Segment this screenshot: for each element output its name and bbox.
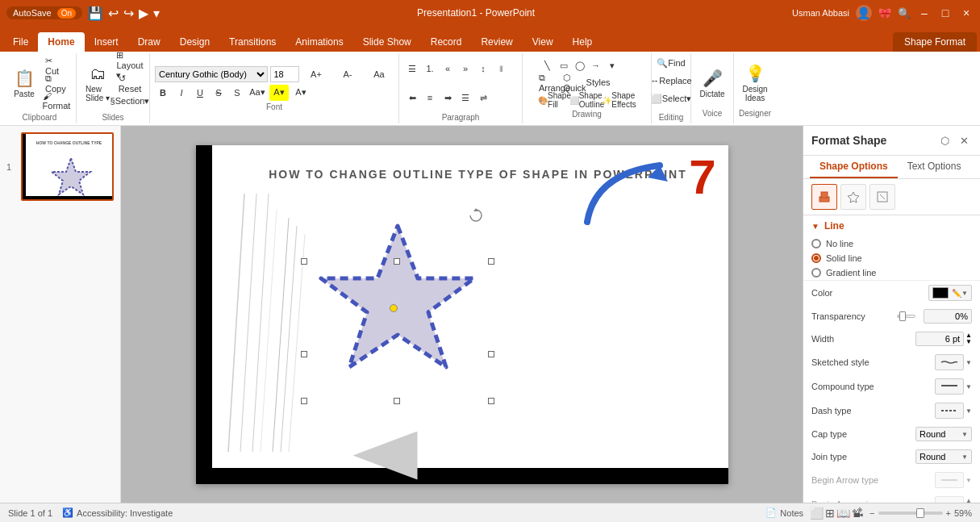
increase-indent-button[interactable]: » [457,61,473,77]
copy-button[interactable]: ⧉ Copy [42,75,71,91]
zoom-out-button[interactable]: − [869,508,874,518]
quick-styles-button[interactable]: ⬡ QuickStyles [573,74,602,90]
handle-tl[interactable] [301,258,307,265]
tab-file[interactable]: File [3,32,38,52]
new-slide-button[interactable]: 🗂 NewSlide ▾ [81,59,114,107]
find-button[interactable]: 🔍 Find [657,55,686,71]
undo-icon[interactable]: ↩ [108,6,119,21]
compound-type-select[interactable] [935,378,964,395]
shapes-more-button[interactable]: ▾ [605,58,619,73]
font-size-input[interactable] [270,66,299,82]
shape-oval-button[interactable]: ◯ [573,58,587,73]
font-name-select[interactable]: Century Gothic (Body) [155,66,268,82]
width-down-button[interactable]: ▼ [965,339,972,345]
gradient-line-radio[interactable] [811,268,821,278]
zoom-in-button[interactable]: + [946,508,951,518]
size-icon-opt[interactable] [869,184,895,210]
paste-button[interactable]: 📋 Paste [8,59,40,107]
zoom-slider[interactable] [878,512,943,515]
autosave-badge[interactable]: AutoSave On [6,6,82,19]
dictate-button[interactable]: 🎤 Dictate [696,59,728,107]
tab-shape-options[interactable]: Shape Options [810,156,898,178]
align-left-button[interactable]: ⬅ [404,90,420,106]
yellow-handle[interactable] [390,304,398,312]
align-right-button[interactable]: ➡ [440,90,456,106]
reset-button[interactable]: ↺ Reset [115,75,144,91]
line-section-header[interactable]: ▼ Line [803,215,980,236]
canvas-area[interactable]: HOW TO CHANGE OUTLINE TYPE OF SHAPE IN P… [121,126,803,503]
normal-view-button[interactable]: ⬜ [810,507,824,520]
decrease-font-button[interactable]: A- [333,66,362,82]
section-button[interactable]: § Section ▾ [115,93,144,109]
panel-close-icon[interactable]: ✕ [956,132,972,148]
rtl-button[interactable]: ⇌ [475,90,491,106]
slide-thumbnail[interactable]: HOW TO CHANGE OUTLINE TYPE [21,132,114,201]
arrow-size-up-button[interactable]: ▲ [965,498,972,503]
profile-icon[interactable]: 👤 [856,5,872,21]
tab-view[interactable]: View [523,32,563,52]
tab-shape-format[interactable]: Shape Format [893,32,977,52]
minimize-button[interactable]: – [917,6,932,20]
gradient-line-option[interactable]: Gradient line [803,265,980,280]
shape-fill-button[interactable]: 🎨 Shape Fill [540,92,569,108]
cut-button[interactable]: ✂ Cut [42,57,71,73]
notes-button[interactable]: 📄 Notes [765,507,803,518]
increase-font-button[interactable]: A+ [302,66,331,82]
tab-help[interactable]: Help [563,32,603,52]
handle-ml[interactable] [301,351,307,357]
tab-design[interactable]: Design [170,32,219,52]
bold-button[interactable]: B [155,85,171,101]
close-button[interactable]: × [959,6,974,20]
tab-animations[interactable]: Animations [286,32,352,52]
handle-tc[interactable] [394,258,400,265]
columns-button[interactable]: ⫴ [493,61,509,77]
handle-br[interactable] [488,398,494,404]
search-icon[interactable]: 🔍 [898,7,911,19]
save-icon[interactable]: 💾 [87,6,103,21]
handle-tr[interactable] [488,258,494,265]
shadow-button[interactable]: S [229,85,245,101]
tab-review[interactable]: Review [471,32,522,52]
numbering-button[interactable]: 1. [422,61,438,77]
solid-line-radio[interactable] [811,253,821,263]
clear-format-button[interactable]: Aa [365,66,394,82]
shape-outline-button[interactable]: ⬜ Shape Outline [573,92,602,108]
transparency-input[interactable]: 0% [924,309,972,324]
format-painter-button[interactable]: 🖌 Format [42,93,71,109]
tab-slideshow[interactable]: Slide Show [353,32,421,52]
tab-transitions[interactable]: Transitions [219,32,286,52]
begin-arrow-type-select[interactable] [935,472,964,488]
shape-effects-button[interactable]: ✨ Shape Effects [605,92,634,108]
fill-icon-opt[interactable] [811,184,837,210]
handle-bc[interactable] [394,398,400,404]
layout-button[interactable]: ⊞ Layout ▾ [115,57,144,73]
present-icon[interactable]: ▶ [139,6,148,21]
no-line-radio[interactable] [811,239,821,248]
solid-line-option[interactable]: Solid line [803,251,980,265]
reading-view-button[interactable]: 📖 [836,507,850,520]
tab-home[interactable]: Home [38,32,84,52]
restore-button[interactable]: □ [938,6,953,20]
effects-icon-opt[interactable] [840,184,866,210]
underline-button[interactable]: U [192,85,208,101]
handle-bl[interactable] [301,398,307,404]
justify-button[interactable]: ☰ [457,90,473,106]
line-spacing-button[interactable]: ↕ [475,61,491,77]
sketched-style-select[interactable] [935,354,964,370]
design-ideas-button[interactable]: 💡 Design Ideas [739,59,771,107]
slide-sorter-button[interactable]: ⊞ [825,507,835,520]
transparency-slider[interactable] [897,315,915,318]
font-case-button[interactable]: Aa▾ [248,85,267,101]
cap-type-select[interactable]: Round ▼ [915,427,972,441]
presenter-view-button[interactable]: 📽 [852,507,863,520]
italic-button[interactable]: I [173,85,190,101]
tab-insert[interactable]: Insert [85,32,128,52]
replace-button[interactable]: ↔ Replace [657,73,686,89]
shape-rect-button[interactable]: ▭ [557,58,571,73]
shape-line-button[interactable]: ╲ [540,58,555,73]
ribbon-icon[interactable]: 🎀 [878,7,891,19]
tab-draw[interactable]: Draw [128,32,170,52]
star-shape-container[interactable] [301,214,494,407]
no-line-option[interactable]: No line [803,236,980,251]
select-button[interactable]: ⬜ Select ▾ [657,90,686,106]
